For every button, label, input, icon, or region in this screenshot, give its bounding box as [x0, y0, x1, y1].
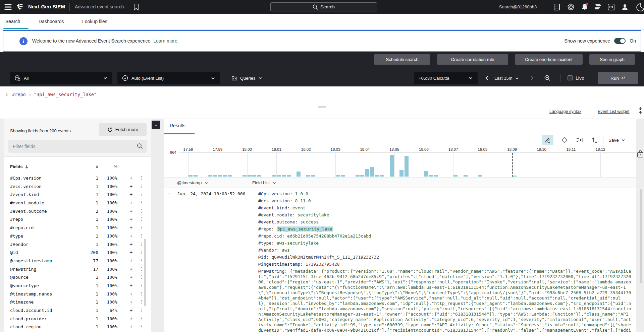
support-chat-icon[interactable] — [594, 3, 602, 11]
event-field[interactable]: #type: aws-securitylake — [258, 240, 633, 247]
add-field-button[interactable]: + — [128, 183, 134, 189]
create-correlation-rule-button[interactable]: Create correlation rule — [437, 54, 508, 65]
field-row[interactable]: #repo.cid1100%+⋮ — [4, 224, 151, 232]
event-list-widget-link[interactable]: Event List widget — [598, 109, 630, 114]
time-range-dropdown[interactable]: Last 15m — [494, 72, 519, 84]
field-row[interactable]: cloud.region1100%+⋮ — [4, 323, 151, 331]
api-code-icon[interactable] — [607, 3, 615, 11]
add-field-button[interactable]: + — [128, 291, 134, 296]
save-dropdown-button[interactable]: Save — [608, 136, 625, 144]
field-menu-button[interactable]: ⋮ — [139, 200, 144, 205]
histogram-bar[interactable] — [252, 175, 256, 177]
histogram-bar[interactable] — [272, 175, 276, 177]
histogram-bar[interactable] — [194, 175, 198, 177]
histogram-bar[interactable] — [311, 175, 315, 177]
field-row[interactable]: #type1100%+⋮ — [4, 232, 151, 241]
hamburger-menu-icon[interactable] — [4, 3, 12, 11]
histogram-bar[interactable] — [424, 171, 428, 177]
histogram-bar[interactable] — [208, 175, 212, 177]
field-menu-button[interactable]: ⋮ — [139, 316, 144, 321]
display-selector-dropdown[interactable]: A Auto (Event List) — [117, 72, 220, 84]
add-field-button[interactable]: + — [128, 316, 134, 321]
filter-fields-input[interactable] — [13, 140, 133, 153]
histogram-bar[interactable] — [223, 175, 227, 177]
add-field-button[interactable]: + — [128, 216, 134, 222]
field-menu-button[interactable]: ⋮ — [139, 242, 144, 247]
add-field-button[interactable]: + — [128, 299, 134, 305]
histogram-bar[interactable] — [356, 175, 360, 177]
field-menu-button[interactable]: ⋮ — [139, 283, 144, 288]
timezone-selector-dropdown[interactable]: +05:30 Calcutta — [414, 72, 478, 84]
histogram-bar[interactable] — [375, 175, 379, 177]
histogram-bar[interactable] — [248, 175, 252, 177]
add-field-button[interactable]: + — [128, 258, 134, 263]
histogram-bar[interactable] — [453, 175, 458, 177]
results-scrollbar[interactable] — [640, 189, 642, 330]
histogram-bar[interactable] — [370, 167, 374, 177]
histogram-bar[interactable] — [513, 176, 517, 177]
see-in-graph-button[interactable]: See in graph — [589, 54, 635, 65]
histogram-bar[interactable] — [287, 175, 291, 177]
add-field-button[interactable]: + — [128, 241, 134, 247]
histogram-bar[interactable] — [189, 175, 193, 177]
histogram-bar[interactable] — [277, 175, 281, 177]
add-field-button[interactable]: + — [128, 282, 134, 288]
field-row[interactable]: #event.outcome2100%+⋮ — [4, 207, 151, 216]
event-field[interactable]: #event.outcome: success — [258, 218, 633, 225]
fields-sort-header[interactable]: Fields — [10, 164, 29, 169]
widget-board-icon[interactable] — [637, 150, 644, 158]
histogram-bar[interactable] — [213, 175, 217, 177]
field-menu-button[interactable]: ⋮ — [139, 250, 144, 255]
histogram-bar[interactable] — [228, 175, 232, 177]
field-menu-button[interactable]: ⋮ — [139, 233, 144, 238]
field-row[interactable]: cloud.provider1100%+⋮ — [4, 315, 151, 323]
event-field[interactable]: #event.kind: event — [258, 204, 633, 211]
create-one-time-incident-button[interactable]: Create one-time incident — [515, 54, 583, 65]
add-field-button[interactable]: + — [128, 191, 134, 197]
time-range-next-button[interactable] — [529, 72, 535, 84]
field-list-column-header[interactable]: Field List — [252, 180, 276, 185]
field-row[interactable]: cloud.account.id164%+⋮ — [4, 307, 151, 315]
histogram-bar[interactable] — [365, 169, 369, 177]
tab-search[interactable]: Search — [5, 19, 20, 24]
zoom-out-time-button[interactable] — [544, 72, 551, 84]
add-field-button[interactable]: + — [128, 208, 134, 214]
crosshair-icon[interactable] — [559, 135, 570, 145]
sort-ascending-icon[interactable] — [589, 135, 600, 145]
fields-panel-scrollbar[interactable] — [144, 239, 146, 328]
field-row[interactable]: @id200100%+⋮ — [4, 249, 151, 257]
histogram-bar[interactable] — [336, 175, 340, 177]
event-field[interactable]: #repo: 3pi_aws_security_lake — [258, 225, 633, 233]
field-row[interactable]: #Cps.version1100%+⋮ — [4, 174, 151, 183]
field-menu-button[interactable]: ⋮ — [139, 216, 144, 221]
histogram-bar[interactable] — [360, 175, 364, 177]
event-field[interactable]: #Cps.version: 1.0.0 — [258, 190, 633, 197]
global-search-input[interactable]: Search — [270, 2, 377, 11]
goto-end-icon[interactable] — [574, 135, 585, 145]
event-field[interactable]: @id: qGVwud1lWk3NItmQrM4nIKfY_5_111_1719… — [258, 254, 633, 261]
falcon-logo-icon[interactable] — [16, 3, 24, 11]
field-menu-button[interactable]: ⋮ — [139, 184, 144, 189]
queries-menu-button[interactable]: Queries — [231, 72, 262, 84]
field-menu-button[interactable]: ⋮ — [139, 274, 144, 279]
field-menu-button[interactable]: ⋮ — [139, 324, 144, 329]
query-code-line[interactable]: #repo = "3pi_aws_security_lake" — [12, 92, 97, 97]
run-query-button[interactable]: Run↵ — [598, 72, 638, 84]
field-row[interactable]: #ecs.version1100%+⋮ — [4, 183, 151, 191]
bookmark-icon[interactable] — [133, 4, 139, 10]
field-menu-button[interactable]: ⋮ — [139, 258, 144, 263]
field-menu-button[interactable]: ⋮ — [139, 175, 144, 180]
field-row[interactable]: #event.kind1100%+⋮ — [4, 191, 151, 199]
histogram-bar[interactable] — [390, 155, 394, 177]
new-experience-toggle[interactable] — [614, 38, 626, 44]
field-menu-button[interactable]: ⋮ — [139, 266, 144, 271]
histogram-bar[interactable] — [399, 170, 404, 177]
add-field-button[interactable]: + — [128, 175, 134, 181]
field-row[interactable]: @source1100%+⋮ — [4, 273, 151, 282]
event-field[interactable]: #event.module: securitylake — [258, 211, 633, 218]
add-field-button[interactable]: + — [128, 274, 134, 280]
add-field-button[interactable]: + — [128, 266, 134, 272]
fetch-more-button[interactable]: Fetch more — [99, 123, 147, 136]
event-field[interactable]: #Vendor: aws — [258, 247, 633, 254]
live-checkbox-label[interactable]: Live — [576, 75, 584, 81]
